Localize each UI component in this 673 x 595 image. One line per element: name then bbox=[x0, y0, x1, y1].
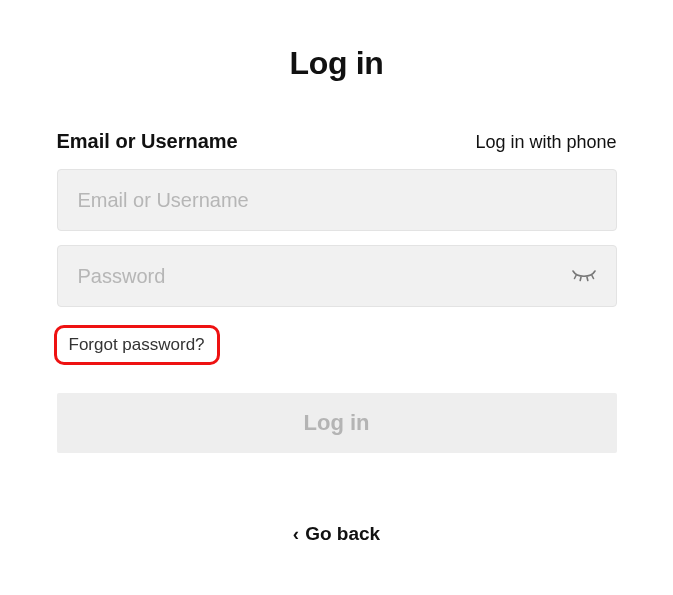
eye-closed-icon[interactable] bbox=[571, 263, 597, 289]
password-input[interactable] bbox=[57, 245, 617, 307]
forgot-password-link[interactable]: Forgot password? bbox=[69, 335, 205, 354]
password-field-wrap bbox=[57, 245, 617, 307]
login-with-phone-link[interactable]: Log in with phone bbox=[475, 132, 616, 153]
page-title: Log in bbox=[57, 45, 617, 82]
svg-line-0 bbox=[574, 276, 576, 279]
login-form: Log in Email or Username Log in with pho… bbox=[57, 0, 617, 453]
svg-line-2 bbox=[587, 277, 588, 280]
svg-line-1 bbox=[580, 277, 581, 280]
svg-line-3 bbox=[592, 276, 594, 279]
username-input[interactable] bbox=[57, 169, 617, 231]
field-header-row: Email or Username Log in with phone bbox=[57, 130, 617, 153]
chevron-left-icon: ‹ bbox=[293, 523, 299, 545]
go-back-link[interactable]: ‹ Go back bbox=[0, 523, 673, 545]
forgot-password-highlight: Forgot password? bbox=[54, 325, 220, 365]
go-back-label: Go back bbox=[305, 523, 380, 545]
login-button[interactable]: Log in bbox=[57, 393, 617, 453]
username-label: Email or Username bbox=[57, 130, 238, 153]
